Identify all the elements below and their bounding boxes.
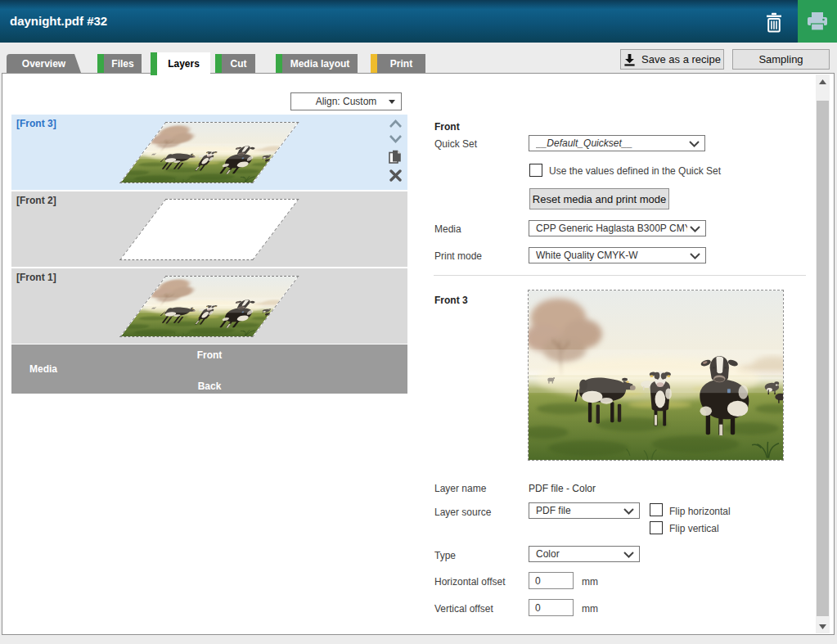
section-divider xyxy=(434,275,806,276)
media-bar-media-label: Media xyxy=(29,363,57,375)
type-dropdown[interactable]: Color xyxy=(529,546,640,562)
tab-print-label: Print xyxy=(390,58,412,70)
download-icon xyxy=(623,53,636,66)
print-mode-label: Print mode xyxy=(434,250,482,262)
horizontal-offset-input[interactable] xyxy=(529,572,574,589)
layer-source-dropdown[interactable]: PDF file xyxy=(529,502,640,519)
tab-media-layout[interactable]: Media layout xyxy=(276,54,358,73)
flip-horizontal-checkbox[interactable] xyxy=(650,503,663,516)
dropdown-arrow-icon xyxy=(389,100,395,104)
align-dropdown-value: Align: Custom xyxy=(316,96,377,107)
save-as-recipe-button[interactable]: Save as a recipe xyxy=(620,49,724,70)
scrollbar-thumb[interactable] xyxy=(817,101,829,616)
delete-x-icon xyxy=(389,169,402,182)
print-button[interactable] xyxy=(798,0,837,43)
media-bar-front-label: Front xyxy=(11,349,407,361)
layer-row-front-3[interactable]: [Front 3] xyxy=(11,115,407,190)
duplicate-layer-button[interactable] xyxy=(389,150,402,164)
media-bar: Front Media Back xyxy=(11,345,407,394)
tab-status-indicator xyxy=(276,54,282,73)
media-bar-back-label: Back xyxy=(11,381,407,392)
tab-files[interactable]: Files xyxy=(97,54,142,73)
chevron-down-icon xyxy=(689,141,700,147)
quick-set-label: Quick Set xyxy=(434,138,477,150)
scroll-down-icon xyxy=(819,624,826,629)
layer-name-label: Layer name xyxy=(434,483,486,494)
delete-layer-button[interactable] xyxy=(389,169,402,182)
chevron-down-icon xyxy=(389,134,403,144)
chevron-down-icon xyxy=(690,226,700,232)
app-window: daynight.pdf #32 xyxy=(0,0,837,644)
type-value: Color xyxy=(536,548,621,560)
cow-image xyxy=(121,277,298,336)
vertical-offset-label: Vertical offset xyxy=(434,603,493,615)
sampling-button[interactable]: Sampling xyxy=(732,49,830,70)
tab-layers-label: Layers xyxy=(168,58,200,70)
align-dropdown[interactable]: Align: Custom xyxy=(290,92,402,110)
type-label: Type xyxy=(434,550,456,561)
flip-vertical-label: Flip vertical xyxy=(669,523,719,534)
layer-row-front-2[interactable]: [Front 2] xyxy=(11,191,407,267)
delete-job-button[interactable] xyxy=(761,10,787,34)
tab-status-indicator xyxy=(151,52,157,75)
quick-set-value: __Default_Quickset__ xyxy=(536,137,686,149)
tab-print[interactable]: Print xyxy=(371,54,425,73)
copy-icon xyxy=(389,150,402,164)
trash-icon xyxy=(765,12,783,33)
move-layer-down-button[interactable] xyxy=(389,134,403,144)
title-bar: daynight.pdf #32 xyxy=(0,0,837,43)
layer-row-label: [Front 3] xyxy=(16,118,56,129)
tab-status-indicator xyxy=(97,54,104,73)
layer-thumbnail xyxy=(119,122,299,183)
tab-media-layout-label: Media layout xyxy=(290,58,350,70)
layer-source-value: PDF file xyxy=(536,505,621,516)
quick-set-dropdown[interactable]: __Default_Quickset__ xyxy=(529,135,705,151)
chevron-down-icon xyxy=(623,508,634,515)
media-dropdown[interactable]: CPP Generic Haglasta B300P CMYKSS-AU- xyxy=(529,220,706,236)
media-value: CPP Generic Haglasta B300P CMYKSS-AU- xyxy=(536,223,687,234)
layer-section-title: Front 3 xyxy=(434,295,468,306)
scroll-up-icon xyxy=(819,79,826,84)
layer-name-value: PDF file - Color xyxy=(529,483,596,494)
chevron-down-icon xyxy=(623,552,634,558)
tab-cut-label: Cut xyxy=(231,58,247,70)
flip-vertical-checkbox[interactable] xyxy=(650,521,663,534)
vertical-offset-unit: mm xyxy=(582,603,598,615)
tab-status-indicator xyxy=(371,54,377,73)
chevron-down-icon xyxy=(690,253,700,259)
move-layer-up-button[interactable] xyxy=(389,119,403,128)
use-quickset-checkbox[interactable] xyxy=(529,164,542,177)
vertical-offset-input[interactable] xyxy=(529,599,574,616)
reset-button-label: Reset media and print mode xyxy=(533,193,666,205)
scroll-up-button[interactable] xyxy=(816,74,830,88)
flip-horizontal-label: Flip horizontal xyxy=(669,506,731,517)
tab-overview-label: Overview xyxy=(22,58,65,70)
print-mode-dropdown[interactable]: White Quality CMYK-W xyxy=(529,247,706,263)
scroll-down-button[interactable] xyxy=(816,619,830,633)
job-title: daynight.pdf #32 xyxy=(10,0,107,43)
chevron-up-icon xyxy=(389,119,403,128)
layer-thumbnail xyxy=(119,276,299,337)
use-quickset-label: Use the values defined in the Quick Set xyxy=(549,165,721,177)
layer-preview xyxy=(528,290,784,461)
tab-cut[interactable]: Cut xyxy=(215,54,255,73)
layer-source-label: Layer source xyxy=(434,507,491,518)
cow-image xyxy=(121,123,298,182)
sampling-label: Sampling xyxy=(758,53,803,65)
cow-image xyxy=(529,290,783,460)
layer-row-front-1[interactable]: [Front 1] xyxy=(11,268,407,344)
print-mode-value: White Quality CMYK-W xyxy=(536,250,687,261)
printer-icon xyxy=(806,11,829,32)
tab-overview[interactable]: Overview xyxy=(7,54,81,73)
reset-media-print-mode-button[interactable]: Reset media and print mode xyxy=(529,188,669,209)
horizontal-offset-label: Horizontal offset xyxy=(434,576,506,588)
layer-row-label: [Front 1] xyxy=(16,272,56,283)
save-as-recipe-label: Save as a recipe xyxy=(641,53,721,65)
media-label: Media xyxy=(434,223,461,235)
tab-layers[interactable]: Layers xyxy=(151,52,210,75)
horizontal-offset-unit: mm xyxy=(582,576,598,588)
front-section-title: Front xyxy=(434,121,460,133)
tab-status-indicator xyxy=(215,54,222,73)
layer-row-label: [Front 2] xyxy=(16,195,56,206)
layer-thumbnail-blank xyxy=(119,199,299,260)
